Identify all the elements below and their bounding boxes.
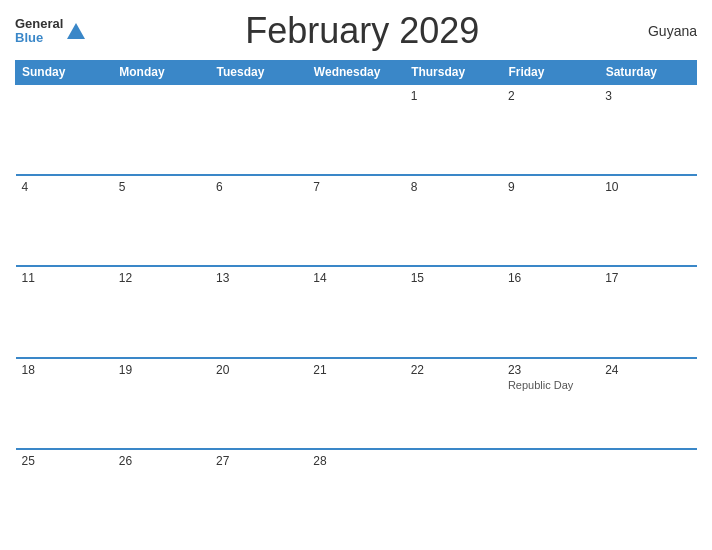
day-cell [113,84,210,175]
logo-general-text: General [15,17,63,31]
logo-blue-text: Blue [15,31,63,45]
day-cell [405,449,502,540]
day-cell: 24 [599,358,696,449]
weekday-header-saturday: Saturday [599,61,696,85]
day-number: 24 [605,363,690,377]
day-cell: 28 [307,449,404,540]
day-cell [16,84,113,175]
day-cell: 17 [599,266,696,357]
day-number: 13 [216,271,301,285]
day-cell: 25 [16,449,113,540]
logo: General Blue [15,17,87,46]
logo-icon [65,21,87,43]
day-cell [210,84,307,175]
day-number: 26 [119,454,204,468]
day-cell: 8 [405,175,502,266]
day-cell: 26 [113,449,210,540]
day-cell [502,449,599,540]
weekday-header-thursday: Thursday [405,61,502,85]
week-row-3: 11121314151617 [16,266,697,357]
day-number: 28 [313,454,398,468]
day-cell: 14 [307,266,404,357]
day-number: 17 [605,271,690,285]
day-number: 25 [22,454,107,468]
week-row-5: 25262728 [16,449,697,540]
day-cell [599,449,696,540]
weekday-header-tuesday: Tuesday [210,61,307,85]
day-number: 3 [605,89,690,103]
day-cell: 20 [210,358,307,449]
day-number: 5 [119,180,204,194]
day-cell: 5 [113,175,210,266]
day-cell [307,84,404,175]
day-cell: 9 [502,175,599,266]
day-number: 15 [411,271,496,285]
event-label: Republic Day [508,379,593,391]
day-number: 9 [508,180,593,194]
day-number: 2 [508,89,593,103]
day-cell: 23Republic Day [502,358,599,449]
day-cell: 15 [405,266,502,357]
calendar-table: SundayMondayTuesdayWednesdayThursdayFrid… [15,60,697,540]
calendar-header: General Blue February 2029 Guyana [15,10,697,52]
svg-marker-0 [67,23,85,39]
weekday-header-wednesday: Wednesday [307,61,404,85]
day-number: 11 [22,271,107,285]
day-number: 4 [22,180,107,194]
day-cell: 13 [210,266,307,357]
day-number: 16 [508,271,593,285]
week-row-2: 45678910 [16,175,697,266]
day-cell: 27 [210,449,307,540]
month-title: February 2029 [87,10,637,52]
week-row-1: 123 [16,84,697,175]
day-cell: 7 [307,175,404,266]
week-row-4: 181920212223Republic Day24 [16,358,697,449]
day-number: 7 [313,180,398,194]
day-number: 27 [216,454,301,468]
day-cell: 1 [405,84,502,175]
day-number: 19 [119,363,204,377]
calendar-wrapper: General Blue February 2029 Guyana Sunday… [0,0,712,550]
country-label: Guyana [637,23,697,39]
day-number: 8 [411,180,496,194]
day-cell: 10 [599,175,696,266]
day-number: 21 [313,363,398,377]
day-number: 20 [216,363,301,377]
day-number: 10 [605,180,690,194]
day-number: 14 [313,271,398,285]
day-number: 1 [411,89,496,103]
day-cell: 21 [307,358,404,449]
day-number: 18 [22,363,107,377]
day-number: 12 [119,271,204,285]
day-cell: 22 [405,358,502,449]
day-cell: 11 [16,266,113,357]
day-cell: 4 [16,175,113,266]
day-cell: 6 [210,175,307,266]
weekday-header-friday: Friday [502,61,599,85]
day-cell: 16 [502,266,599,357]
day-cell: 19 [113,358,210,449]
day-cell: 2 [502,84,599,175]
weekday-header-monday: Monday [113,61,210,85]
weekday-header-sunday: Sunday [16,61,113,85]
day-number: 22 [411,363,496,377]
weekday-header-row: SundayMondayTuesdayWednesdayThursdayFrid… [16,61,697,85]
day-number: 6 [216,180,301,194]
day-cell: 3 [599,84,696,175]
day-cell: 12 [113,266,210,357]
day-cell: 18 [16,358,113,449]
day-number: 23 [508,363,593,377]
